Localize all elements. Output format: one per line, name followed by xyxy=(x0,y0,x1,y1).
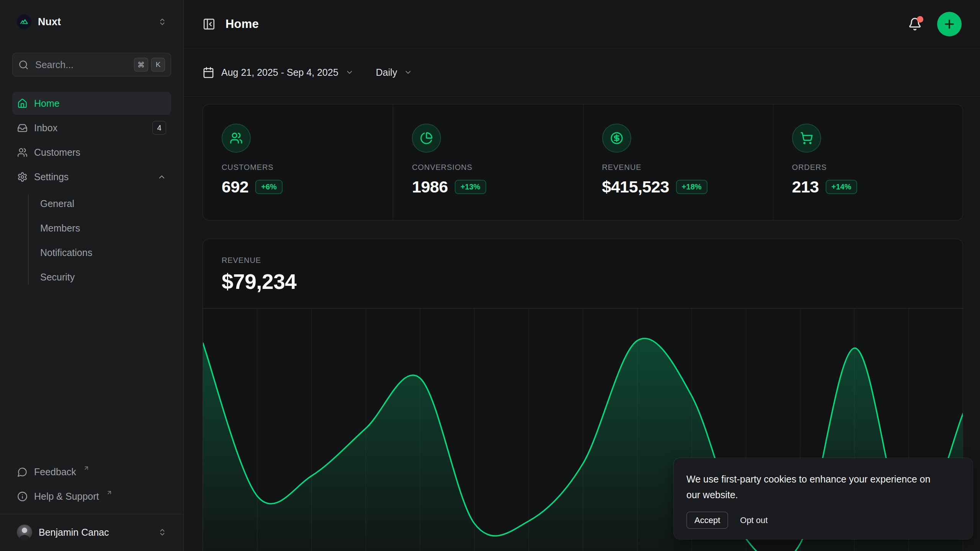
stat-delta-badge: +18% xyxy=(676,180,707,194)
search-shortcut: ⌘ K xyxy=(134,58,165,72)
cookie-banner: We use first-party cookies to enhance yo… xyxy=(674,458,973,539)
stat-delta-badge: +6% xyxy=(255,180,283,194)
chevrons-up-down-icon xyxy=(158,18,167,26)
search-placeholder: Search... xyxy=(35,59,74,70)
avatar xyxy=(17,525,32,540)
stat-label: CUSTOMERS xyxy=(222,163,393,172)
stat-revenue[interactable]: REVENUE $415,523 +18% xyxy=(583,104,773,220)
stat-value: 692 xyxy=(222,178,248,196)
sidebar-item-label: Feedback xyxy=(34,466,76,478)
sidebar-item-customers[interactable]: Customers xyxy=(12,141,171,164)
notification-dot xyxy=(917,16,923,23)
user-name: Benjamin Canac xyxy=(39,527,109,538)
stat-label: ORDERS xyxy=(792,163,963,172)
chevron-up-icon xyxy=(157,173,166,181)
sidebar-item-label: Inbox xyxy=(34,122,57,134)
stat-label: REVENUE xyxy=(602,163,773,172)
sidebar-footer: Feedback Help & Support xyxy=(12,460,171,508)
sidebar-item-help-support[interactable]: Help & Support xyxy=(12,485,171,508)
external-link-icon xyxy=(83,465,90,471)
sidebar-item-feedback[interactable]: Feedback xyxy=(12,460,171,483)
sidebar-item-notifications[interactable]: Notifications xyxy=(12,240,171,265)
sidebar-item-label: Settings xyxy=(34,171,69,183)
sidebar-item-label: Home xyxy=(34,98,60,109)
inbox-count-badge: 4 xyxy=(152,121,166,135)
team-switcher[interactable]: Nuxt xyxy=(12,10,171,34)
period-label: Daily xyxy=(376,67,397,78)
sidebar: Nuxt Search... ⌘ K Home xyxy=(0,0,184,551)
stat-value: $415,523 xyxy=(602,178,669,196)
shopping-cart-icon xyxy=(792,124,821,153)
settings-subnav: General Members Notifications Security xyxy=(12,191,171,289)
user-section: Benjamin Canac xyxy=(0,514,183,551)
accept-button[interactable]: Accept xyxy=(686,512,728,529)
opt-out-button[interactable]: Opt out xyxy=(740,515,768,525)
circle-dollar-icon xyxy=(602,124,631,153)
add-button[interactable] xyxy=(937,12,962,36)
page-title: Home xyxy=(225,17,259,31)
nuxt-logo-icon xyxy=(17,15,31,29)
calendar-icon xyxy=(203,67,214,78)
home-icon xyxy=(17,98,28,109)
kbd-cmd: ⌘ xyxy=(134,58,148,72)
users-icon xyxy=(17,147,28,158)
stat-conversions[interactable]: CONVERSIONS 1986 +13% xyxy=(393,104,583,220)
chart-title: REVENUE xyxy=(222,256,963,265)
stat-value: 1986 xyxy=(412,178,448,196)
stat-value: 213 xyxy=(792,178,819,196)
chevron-down-icon xyxy=(404,68,412,77)
period-select[interactable]: Daily xyxy=(376,67,413,78)
sidebar-item-label: Customers xyxy=(34,147,80,158)
topbar: Home xyxy=(184,0,980,48)
sidebar-item-inbox[interactable]: Inbox 4 xyxy=(12,116,171,139)
inbox-icon xyxy=(17,123,28,133)
sidebar-item-security[interactable]: Security xyxy=(12,265,171,289)
user-menu[interactable]: Benjamin Canac xyxy=(12,520,171,545)
users-icon xyxy=(222,124,251,153)
search-input[interactable]: Search... ⌘ K xyxy=(12,53,171,77)
collapse-sidebar-button[interactable] xyxy=(203,18,216,31)
stat-orders[interactable]: ORDERS 213 +14% xyxy=(773,104,963,220)
filters-toolbar: Aug 21, 2025 - Sep 4, 2025 Daily xyxy=(184,48,980,97)
cookie-message: We use first-party cookies to enhance yo… xyxy=(686,471,935,503)
date-range-label: Aug 21, 2025 - Sep 4, 2025 xyxy=(221,67,338,78)
chevrons-up-down-icon xyxy=(158,528,167,536)
cookie-actions: Accept Opt out xyxy=(686,512,959,529)
stat-delta-badge: +14% xyxy=(826,180,857,194)
sidebar-item-members[interactable]: Members xyxy=(12,216,171,240)
message-circle-icon xyxy=(17,467,28,477)
stats-card: CUSTOMERS 692 +6% CONVERSIONS 1986 +13% xyxy=(203,104,963,220)
stat-delta-badge: +13% xyxy=(455,180,486,194)
info-circle-icon xyxy=(17,491,28,502)
sidebar-item-settings[interactable]: Settings xyxy=(12,165,171,188)
notifications-button[interactable] xyxy=(908,17,922,31)
pie-chart-icon xyxy=(412,124,441,153)
stat-customers[interactable]: CUSTOMERS 692 +6% xyxy=(203,104,393,220)
stat-label: CONVERSIONS xyxy=(412,163,583,172)
team-name: Nuxt xyxy=(38,16,61,28)
chart-current-value: $79,234 xyxy=(222,269,963,294)
app-root: Nuxt Search... ⌘ K Home xyxy=(0,0,980,551)
chevron-down-icon xyxy=(345,68,354,77)
sidebar-item-general[interactable]: General xyxy=(12,191,171,216)
kbd-k: K xyxy=(151,58,165,72)
topbar-actions xyxy=(908,12,962,36)
date-range-picker[interactable]: Aug 21, 2025 - Sep 4, 2025 xyxy=(203,67,354,78)
gear-icon xyxy=(17,172,28,182)
search-icon xyxy=(18,60,29,70)
sidebar-item-home[interactable]: Home xyxy=(12,92,171,115)
external-link-icon xyxy=(106,489,113,496)
sidebar-item-label: Help & Support xyxy=(34,491,99,502)
sidebar-nav: Home Inbox 4 Customers Settings xyxy=(12,92,171,289)
